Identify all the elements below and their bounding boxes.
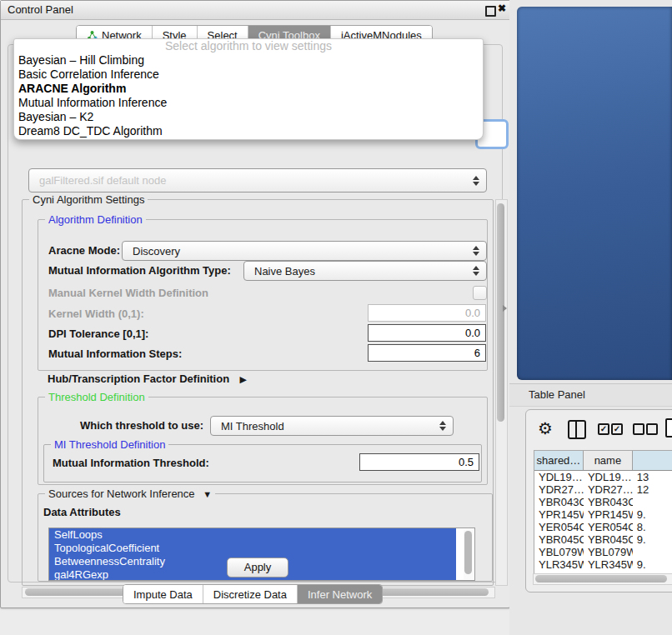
checked-box-icon[interactable]: ✓ <box>598 423 609 435</box>
mi-threshold-definition-title: MI Threshold Definition <box>51 438 168 451</box>
table-row[interactable]: YBL079WYBL079W <box>534 546 672 558</box>
table-selector-combobox[interactable]: galFiltered.sif default node <box>28 168 487 192</box>
table-cell: YDR27… <box>534 483 584 496</box>
table-cell: YBR043C <box>534 496 584 508</box>
threshold-definition-title: Threshold Definition <box>45 391 148 403</box>
data-attributes-label: Data Attributes <box>43 506 121 518</box>
table-header-row: shared…name <box>534 451 672 471</box>
which-threshold-combobox[interactable]: MI Threshold <box>210 416 454 436</box>
aracne-mode-label: Aracne Mode: <box>48 244 120 257</box>
table-row[interactable]: YLR345WYLR345W9. <box>534 558 672 571</box>
algorithm-definition-group: Algorithm Definition Aracne Mode: Discov… <box>38 219 488 371</box>
algorithm-option[interactable]: Mutual Information Inference <box>14 96 483 110</box>
table-cell: YDR27… <box>584 483 633 496</box>
table-row[interactable]: YBR045CYBR045C9. <box>534 533 672 546</box>
unchecked-box-icon[interactable] <box>633 423 644 435</box>
algorithm-option[interactable]: Bayesian – Hill Climbing <box>14 53 483 68</box>
split-columns-icon[interactable] <box>568 420 586 439</box>
attributes-vertical-scrollbar[interactable] <box>464 529 474 579</box>
column-header[interactable] <box>633 451 672 470</box>
table-cell: 13 <box>633 471 672 483</box>
cyni-algorithm-settings-group: Cyni Algorithm Settings Algorithm Defini… <box>22 199 494 586</box>
splitter-handle-icon[interactable] <box>503 305 507 312</box>
mi-algorithm-type-label: Mutual Information Algorithm Type: <box>48 264 231 277</box>
attribute-item[interactable]: TopologicalCoefficient <box>49 542 456 555</box>
control-panel-titlebar: Control Panel ✖ <box>1 1 509 20</box>
mi-algorithm-type-value: Naive Bayes <box>244 265 469 278</box>
table-cell: YDL19… <box>534 471 584 483</box>
manual-kernel-width-label: Manual Kernel Width Definition <box>48 287 208 299</box>
sources-title-text: Sources for Network Inference <box>48 488 195 500</box>
apply-button[interactable]: Apply <box>227 558 288 578</box>
node-table[interactable]: shared…name YDL19…YDL19…13YDR27…YDR27…12… <box>534 450 672 584</box>
table-panel-body: ⚙ ✓ ✓ shared…name YDL19…YDL19…13YDR27…YD… <box>525 409 672 592</box>
table-cell: 12 <box>633 483 672 496</box>
algorithm-option[interactable]: Basic Correlation Inference <box>14 68 483 82</box>
which-threshold-label: Which threshold to use: <box>80 419 203 432</box>
attribute-item[interactable]: SelfLoops <box>49 528 456 542</box>
table-cell: 9. <box>633 558 672 571</box>
mi-threshold-definition-group: MI Threshold Definition Mutual Informati… <box>43 444 482 482</box>
settings-vertical-scrollbar[interactable] <box>495 199 508 586</box>
file-icon[interactable] <box>665 418 672 438</box>
table-cell: 9. <box>633 508 672 521</box>
table-horizontal-scrollbar[interactable] <box>533 573 672 585</box>
aracne-mode-value: Discovery <box>123 245 469 258</box>
table-cell: YBR045C <box>584 533 633 546</box>
tab-infer-network[interactable]: Infer Network <box>297 585 382 603</box>
table-row[interactable]: YER054CYER054C8. <box>534 521 672 533</box>
table-row[interactable]: YPR145WYPR145W9. <box>534 508 672 521</box>
mi-algorithm-type-combobox[interactable]: Naive Bayes <box>243 261 487 281</box>
algorithm-placeholder: Select algorithm to view settings <box>14 39 483 53</box>
float-window-icon[interactable] <box>485 6 496 17</box>
kernel-width-field[interactable]: 0.0 <box>368 304 486 322</box>
table-selector-value: galFiltered.sif default node <box>29 174 469 187</box>
table-cell: YBL079W <box>584 546 633 558</box>
threshold-definition-group: Threshold Definition Which threshold to … <box>38 397 488 485</box>
table-cell: YDL19… <box>584 471 633 483</box>
hub-definition-label: Hub/Transcription Factor Definition <box>48 372 229 385</box>
table-cell: YBL079W <box>534 546 584 558</box>
control-panel-title: Control Panel <box>8 3 73 16</box>
table-cell <box>633 546 672 558</box>
table-row[interactable]: YBR043CYBR043C <box>534 496 672 508</box>
table-panel-title: Table Panel <box>529 388 585 401</box>
algorithm-option[interactable]: Bayesian – K2 <box>14 110 483 124</box>
algorithm-option[interactable]: Dream8 DC_TDC Algorithm <box>14 124 483 138</box>
close-icon[interactable]: ✖ <box>498 2 506 14</box>
mi-threshold-label: Mutual Information Threshold: <box>53 457 209 469</box>
mi-steps-label: Mutual Information Steps: <box>48 348 182 360</box>
mi-threshold-field[interactable]: 0.5 <box>359 453 479 471</box>
table-cell: YLR345W <box>584 558 633 571</box>
mi-steps-field[interactable]: 6 <box>368 344 486 362</box>
hub-definition-toggle[interactable]: Hub/Transcription Factor Definition ▶ <box>48 371 247 386</box>
combo-arrows-icon <box>469 176 483 186</box>
combo-arrows-icon <box>436 421 449 431</box>
algorithm-option[interactable]: ARACNE Algorithm <box>14 82 483 96</box>
network-view-frame: GALGAL80GAL10GAL1GAL11SWI4GAL4GCY1HAP4YH… <box>517 7 672 380</box>
table-cell: YLR345W <box>534 558 584 571</box>
sources-title[interactable]: Sources for Network Inference ▼ <box>45 488 215 501</box>
dpi-tolerance-field[interactable]: 0.0 <box>368 324 486 342</box>
which-threshold-value: MI Threshold <box>211 420 436 432</box>
algorithm-definition-title: Algorithm Definition <box>45 213 146 226</box>
table-row[interactable]: YDR27…YDR27…12 <box>534 483 672 496</box>
column-header[interactable]: shared… <box>534 451 584 470</box>
table-cell: YER054C <box>584 521 633 533</box>
aracne-mode-combobox[interactable]: Discovery <box>122 241 487 261</box>
gear-icon[interactable]: ⚙ <box>538 418 553 438</box>
tab-discretize-data[interactable]: Discretize Data <box>203 585 297 603</box>
cyni-group-title: Cyni Algorithm Settings <box>29 193 148 206</box>
column-header[interactable]: name <box>584 451 633 470</box>
table-cell: 8. <box>633 521 672 533</box>
checked-box-icon[interactable]: ✓ <box>611 423 623 435</box>
table-cell <box>633 496 672 508</box>
tab-impute-data[interactable]: Impute Data <box>123 585 203 603</box>
table-cell: YBR043C <box>584 496 633 508</box>
table-toolbar: ⚙ ✓ ✓ <box>526 418 672 443</box>
table-row[interactable]: YDL19…YDL19…13 <box>534 471 672 483</box>
unchecked-box-icon[interactable] <box>646 423 658 435</box>
manual-kernel-width-checkbox[interactable] <box>473 286 487 300</box>
combo-arrows-icon <box>469 266 483 276</box>
kernel-width-label: Kernel Width (0,1): <box>48 308 144 320</box>
